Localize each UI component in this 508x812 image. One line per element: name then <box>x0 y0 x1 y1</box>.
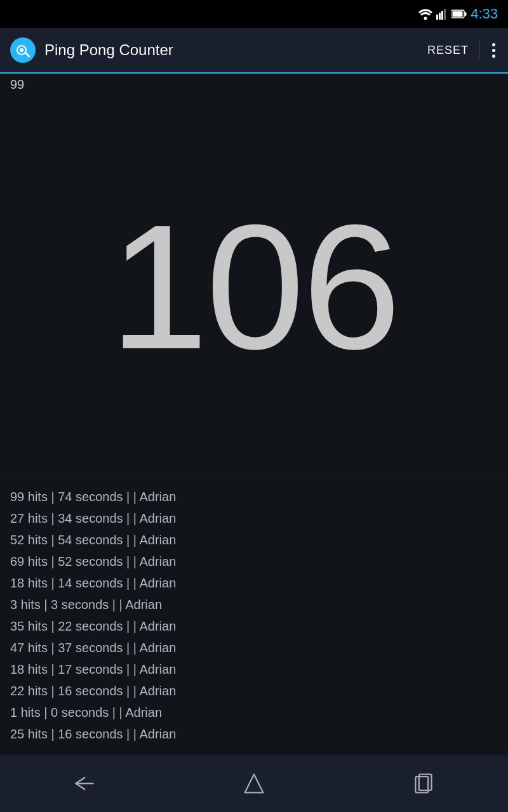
dot1 <box>492 43 495 46</box>
history-item: 3 hits | 3 seconds | | Adrian <box>10 594 498 615</box>
history-item: 25 hits | 16 seconds | | Adrian <box>10 723 498 745</box>
main-area[interactable]: 106 <box>0 96 508 478</box>
history-item: 1 hits | 0 seconds | | Adrian <box>10 702 498 723</box>
svg-rect-6 <box>453 11 463 17</box>
svg-point-0 <box>424 17 427 20</box>
app-bar: Ping Pong Counter RESET <box>0 28 508 74</box>
ping-pong-icon <box>15 43 30 58</box>
svg-rect-2 <box>439 13 441 20</box>
battery-icon <box>451 10 467 18</box>
dot3 <box>492 55 495 58</box>
svg-point-9 <box>20 48 23 52</box>
history-item: 47 hits | 37 seconds | | Adrian <box>10 637 498 658</box>
sub-counter: 99 <box>0 74 508 96</box>
history-area: 99 hits | 74 seconds | | Adrian27 hits |… <box>0 478 508 755</box>
main-counter: 106 <box>109 198 398 376</box>
wifi-icon <box>418 8 432 20</box>
app-logo <box>10 37 36 63</box>
svg-rect-7 <box>465 12 467 16</box>
dot2 <box>492 49 495 52</box>
svg-rect-1 <box>436 15 438 20</box>
status-time: 4:33 <box>471 6 498 22</box>
history-item: 52 hits | 54 seconds | | Adrian <box>10 529 498 551</box>
history-item: 22 hits | 16 seconds | | Adrian <box>10 680 498 702</box>
app-bar-actions: RESET <box>427 41 498 60</box>
history-item: 99 hits | 74 seconds | | Adrian <box>10 486 498 508</box>
history-item: 27 hits | 34 seconds | | Adrian <box>10 508 498 529</box>
reset-button[interactable]: RESET <box>427 44 469 57</box>
home-icon <box>243 772 265 795</box>
action-divider <box>479 41 479 59</box>
svg-rect-4 <box>444 9 446 20</box>
sub-counter-value: 99 <box>10 77 24 91</box>
back-button[interactable] <box>59 764 110 802</box>
svg-line-10 <box>25 53 29 56</box>
more-options-button[interactable] <box>490 41 498 60</box>
history-item: 18 hits | 17 seconds | | Adrian <box>10 658 498 680</box>
history-list: 99 hits | 74 seconds | | Adrian27 hits |… <box>10 486 498 745</box>
signal-icon <box>436 8 448 20</box>
status-bar: 4:33 <box>0 0 508 28</box>
status-icons: 4:33 <box>418 6 498 22</box>
recents-button[interactable] <box>398 764 449 802</box>
app-title: Ping Pong Counter <box>44 41 427 59</box>
history-item: 35 hits | 22 seconds | | Adrian <box>10 615 498 637</box>
history-item: 69 hits | 52 seconds | | Adrian <box>10 551 498 572</box>
back-icon <box>73 772 96 795</box>
svg-rect-3 <box>441 11 443 20</box>
home-button[interactable] <box>229 764 279 802</box>
recents-icon <box>412 772 435 795</box>
history-item: 18 hits | 14 seconds | | Adrian <box>10 572 498 594</box>
nav-bar <box>0 755 508 812</box>
